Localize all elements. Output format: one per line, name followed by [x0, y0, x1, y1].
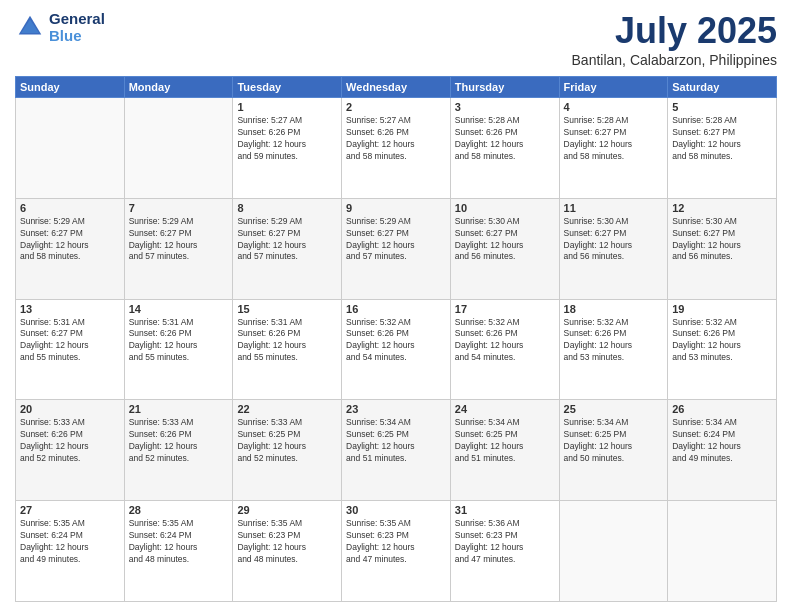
day-number: 15 [237, 303, 337, 315]
calendar-cell: 15Sunrise: 5:31 AM Sunset: 6:26 PM Dayli… [233, 299, 342, 400]
calendar-cell: 3Sunrise: 5:28 AM Sunset: 6:26 PM Daylig… [450, 98, 559, 199]
calendar-table: SundayMondayTuesdayWednesdayThursdayFrid… [15, 76, 777, 602]
day-info: Sunrise: 5:30 AM Sunset: 6:27 PM Dayligh… [455, 216, 555, 264]
day-info: Sunrise: 5:32 AM Sunset: 6:26 PM Dayligh… [564, 317, 664, 365]
day-number: 31 [455, 504, 555, 516]
day-number: 6 [20, 202, 120, 214]
calendar-cell: 20Sunrise: 5:33 AM Sunset: 6:26 PM Dayli… [16, 400, 125, 501]
day-info: Sunrise: 5:29 AM Sunset: 6:27 PM Dayligh… [20, 216, 120, 264]
day-info: Sunrise: 5:28 AM Sunset: 6:27 PM Dayligh… [564, 115, 664, 163]
day-number: 17 [455, 303, 555, 315]
day-number: 9 [346, 202, 446, 214]
weekday-sunday: Sunday [16, 77, 125, 98]
weekday-tuesday: Tuesday [233, 77, 342, 98]
calendar-cell: 7Sunrise: 5:29 AM Sunset: 6:27 PM Daylig… [124, 198, 233, 299]
day-info: Sunrise: 5:36 AM Sunset: 6:23 PM Dayligh… [455, 518, 555, 566]
day-info: Sunrise: 5:27 AM Sunset: 6:26 PM Dayligh… [346, 115, 446, 163]
calendar-cell [16, 98, 125, 199]
day-info: Sunrise: 5:34 AM Sunset: 6:25 PM Dayligh… [346, 417, 446, 465]
calendar-cell: 6Sunrise: 5:29 AM Sunset: 6:27 PM Daylig… [16, 198, 125, 299]
weekday-saturday: Saturday [668, 77, 777, 98]
day-number: 4 [564, 101, 664, 113]
calendar-cell: 11Sunrise: 5:30 AM Sunset: 6:27 PM Dayli… [559, 198, 668, 299]
day-info: Sunrise: 5:29 AM Sunset: 6:27 PM Dayligh… [237, 216, 337, 264]
weekday-wednesday: Wednesday [342, 77, 451, 98]
day-number: 26 [672, 403, 772, 415]
day-info: Sunrise: 5:28 AM Sunset: 6:27 PM Dayligh… [672, 115, 772, 163]
calendar-cell: 5Sunrise: 5:28 AM Sunset: 6:27 PM Daylig… [668, 98, 777, 199]
week-row-4: 20Sunrise: 5:33 AM Sunset: 6:26 PM Dayli… [16, 400, 777, 501]
day-info: Sunrise: 5:27 AM Sunset: 6:26 PM Dayligh… [237, 115, 337, 163]
calendar-cell: 17Sunrise: 5:32 AM Sunset: 6:26 PM Dayli… [450, 299, 559, 400]
week-row-2: 6Sunrise: 5:29 AM Sunset: 6:27 PM Daylig… [16, 198, 777, 299]
calendar-cell: 1Sunrise: 5:27 AM Sunset: 6:26 PM Daylig… [233, 98, 342, 199]
calendar-cell: 29Sunrise: 5:35 AM Sunset: 6:23 PM Dayli… [233, 501, 342, 602]
day-info: Sunrise: 5:31 AM Sunset: 6:26 PM Dayligh… [237, 317, 337, 365]
day-info: Sunrise: 5:28 AM Sunset: 6:26 PM Dayligh… [455, 115, 555, 163]
day-info: Sunrise: 5:35 AM Sunset: 6:23 PM Dayligh… [237, 518, 337, 566]
header: General Blue July 2025 Bantilan, Calabar… [15, 10, 777, 68]
day-number: 27 [20, 504, 120, 516]
day-info: Sunrise: 5:33 AM Sunset: 6:26 PM Dayligh… [20, 417, 120, 465]
calendar-cell: 27Sunrise: 5:35 AM Sunset: 6:24 PM Dayli… [16, 501, 125, 602]
day-number: 19 [672, 303, 772, 315]
week-row-3: 13Sunrise: 5:31 AM Sunset: 6:27 PM Dayli… [16, 299, 777, 400]
day-number: 11 [564, 202, 664, 214]
calendar-cell: 21Sunrise: 5:33 AM Sunset: 6:26 PM Dayli… [124, 400, 233, 501]
calendar-cell: 31Sunrise: 5:36 AM Sunset: 6:23 PM Dayli… [450, 501, 559, 602]
day-number: 29 [237, 504, 337, 516]
week-row-1: 1Sunrise: 5:27 AM Sunset: 6:26 PM Daylig… [16, 98, 777, 199]
weekday-thursday: Thursday [450, 77, 559, 98]
day-info: Sunrise: 5:33 AM Sunset: 6:26 PM Dayligh… [129, 417, 229, 465]
calendar-cell [124, 98, 233, 199]
day-number: 30 [346, 504, 446, 516]
calendar-cell: 14Sunrise: 5:31 AM Sunset: 6:26 PM Dayli… [124, 299, 233, 400]
title-block: July 2025 Bantilan, Calabarzon, Philippi… [572, 10, 777, 68]
week-row-5: 27Sunrise: 5:35 AM Sunset: 6:24 PM Dayli… [16, 501, 777, 602]
day-info: Sunrise: 5:34 AM Sunset: 6:24 PM Dayligh… [672, 417, 772, 465]
day-info: Sunrise: 5:32 AM Sunset: 6:26 PM Dayligh… [672, 317, 772, 365]
day-number: 23 [346, 403, 446, 415]
calendar-cell: 25Sunrise: 5:34 AM Sunset: 6:25 PM Dayli… [559, 400, 668, 501]
day-number: 10 [455, 202, 555, 214]
calendar-cell: 30Sunrise: 5:35 AM Sunset: 6:23 PM Dayli… [342, 501, 451, 602]
calendar-cell: 22Sunrise: 5:33 AM Sunset: 6:25 PM Dayli… [233, 400, 342, 501]
weekday-monday: Monday [124, 77, 233, 98]
day-number: 21 [129, 403, 229, 415]
day-number: 18 [564, 303, 664, 315]
day-number: 24 [455, 403, 555, 415]
weekday-header-row: SundayMondayTuesdayWednesdayThursdayFrid… [16, 77, 777, 98]
calendar-cell: 24Sunrise: 5:34 AM Sunset: 6:25 PM Dayli… [450, 400, 559, 501]
day-number: 3 [455, 101, 555, 113]
day-info: Sunrise: 5:32 AM Sunset: 6:26 PM Dayligh… [346, 317, 446, 365]
calendar-cell: 8Sunrise: 5:29 AM Sunset: 6:27 PM Daylig… [233, 198, 342, 299]
day-info: Sunrise: 5:35 AM Sunset: 6:24 PM Dayligh… [20, 518, 120, 566]
calendar-cell: 16Sunrise: 5:32 AM Sunset: 6:26 PM Dayli… [342, 299, 451, 400]
page: General Blue July 2025 Bantilan, Calabar… [0, 0, 792, 612]
calendar-cell: 4Sunrise: 5:28 AM Sunset: 6:27 PM Daylig… [559, 98, 668, 199]
day-info: Sunrise: 5:29 AM Sunset: 6:27 PM Dayligh… [346, 216, 446, 264]
calendar-cell: 2Sunrise: 5:27 AM Sunset: 6:26 PM Daylig… [342, 98, 451, 199]
day-info: Sunrise: 5:30 AM Sunset: 6:27 PM Dayligh… [564, 216, 664, 264]
day-number: 5 [672, 101, 772, 113]
day-number: 8 [237, 202, 337, 214]
calendar-cell: 18Sunrise: 5:32 AM Sunset: 6:26 PM Dayli… [559, 299, 668, 400]
day-info: Sunrise: 5:32 AM Sunset: 6:26 PM Dayligh… [455, 317, 555, 365]
weekday-friday: Friday [559, 77, 668, 98]
day-number: 20 [20, 403, 120, 415]
logo-icon [15, 12, 45, 42]
day-number: 28 [129, 504, 229, 516]
day-info: Sunrise: 5:35 AM Sunset: 6:24 PM Dayligh… [129, 518, 229, 566]
day-number: 12 [672, 202, 772, 214]
calendar-cell: 23Sunrise: 5:34 AM Sunset: 6:25 PM Dayli… [342, 400, 451, 501]
day-info: Sunrise: 5:29 AM Sunset: 6:27 PM Dayligh… [129, 216, 229, 264]
calendar-cell [559, 501, 668, 602]
calendar-cell: 26Sunrise: 5:34 AM Sunset: 6:24 PM Dayli… [668, 400, 777, 501]
day-info: Sunrise: 5:31 AM Sunset: 6:27 PM Dayligh… [20, 317, 120, 365]
calendar-cell [668, 501, 777, 602]
calendar-cell: 9Sunrise: 5:29 AM Sunset: 6:27 PM Daylig… [342, 198, 451, 299]
calendar-cell: 12Sunrise: 5:30 AM Sunset: 6:27 PM Dayli… [668, 198, 777, 299]
location: Bantilan, Calabarzon, Philippines [572, 52, 777, 68]
day-info: Sunrise: 5:34 AM Sunset: 6:25 PM Dayligh… [564, 417, 664, 465]
logo: General Blue [15, 10, 105, 44]
